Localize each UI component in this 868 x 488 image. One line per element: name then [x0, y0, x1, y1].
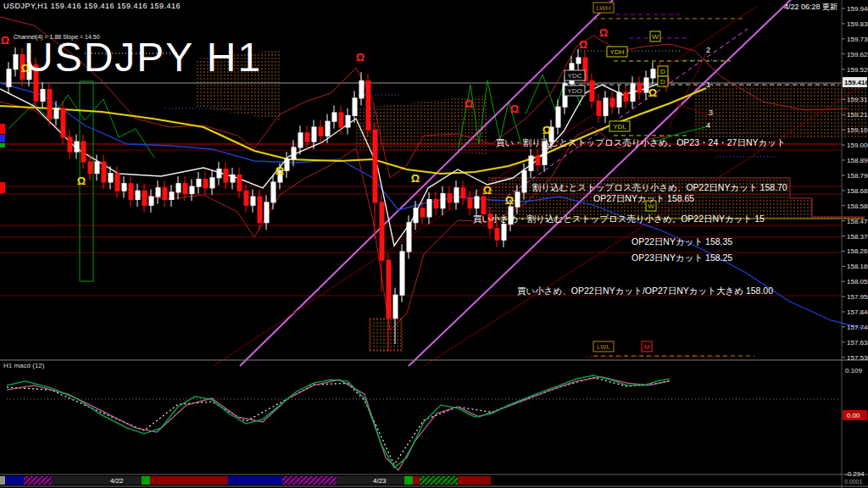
op-annotation: OP23日NYカット 158.25 [632, 252, 732, 263]
session-date-label: 4/22 [110, 477, 124, 485]
candle-body [604, 98, 608, 115]
macd-axis-extra: 0.0001 [844, 479, 863, 485]
candle-body [454, 188, 459, 202]
candle-body [576, 58, 581, 64]
candle-body [536, 156, 540, 164]
left-edge-indicator-bar [0, 124, 5, 134]
op-annotation: 買い小さめ・割り込むとストップロス売り小さめ。OP22日NYカット 15 [473, 214, 765, 224]
candle-body [149, 197, 153, 205]
macd-axis-max: 0.109 [845, 367, 863, 374]
candle-body [468, 198, 472, 208]
candle-body [197, 180, 201, 187]
candle-body [624, 92, 628, 101]
axis-tick-label: 158.580 [847, 202, 868, 210]
session-segment [24, 476, 52, 485]
candle-body [7, 69, 11, 86]
candle-body [461, 188, 465, 198]
candle-body [373, 130, 377, 202]
session-date-label: 4/23 [373, 477, 387, 485]
current-price-value: 159.416 [844, 79, 868, 86]
candle-body [68, 137, 72, 152]
candle-body [346, 115, 350, 127]
axis-tick-label: 159.835 [847, 20, 868, 28]
axis-tick-label: 157.530 [847, 354, 868, 362]
axis-tick-label: 157.950 [847, 293, 868, 301]
session-segment [404, 476, 413, 485]
candle-body [183, 184, 187, 194]
candle-body [387, 260, 391, 318]
candle-body [380, 202, 384, 260]
left-edge-indicator-bar [0, 143, 5, 147]
axis-tick-label: 158.265 [847, 247, 868, 255]
scrollbar-left-notch[interactable] [0, 476, 5, 485]
session-segment [52, 476, 142, 485]
candle-body [244, 191, 248, 205]
candle-body [556, 107, 560, 127]
axis-tick-label: 157.635 [847, 339, 868, 347]
candle-body [617, 92, 621, 107]
op-annotation: 買い小さめ、OP22日NYカット/OP27日NYカット大きめ 158.00 [517, 286, 773, 296]
candle-body [366, 80, 370, 130]
omega-gold-marker: Ω [505, 194, 514, 207]
candle-body [305, 133, 309, 141]
omega-red-marker: Ω [465, 97, 473, 110]
axis-tick-label: 159.210 [847, 111, 868, 119]
candle-body [237, 175, 242, 191]
candle-body [61, 108, 65, 137]
candle-body [34, 65, 38, 102]
omega-red-marker: Ω [356, 51, 364, 64]
channel-number-label: 4 [706, 121, 710, 130]
omega-red-marker: Ω [510, 103, 519, 115]
candle-body [47, 90, 52, 119]
candle-body [651, 69, 655, 78]
candle-body [102, 162, 106, 182]
candle-body [115, 174, 120, 191]
omega-red-marker: Ω [579, 38, 587, 51]
axis-tick-label: 159.520 [847, 66, 868, 74]
candle-body [54, 108, 58, 119]
omega-red-marker: Ω [599, 26, 608, 39]
candle-body [298, 133, 303, 147]
omega-red-marker: Ω [1, 34, 9, 47]
level-label-text: D [660, 68, 665, 75]
level-label-text: LWH [596, 4, 610, 12]
op-annotation: 買い・割り込むとストップロス売り小さめ。OP23・24・27日NYカット [496, 137, 786, 147]
omega-gold-marker: Ω [648, 86, 657, 99]
candle-body [142, 191, 147, 205]
candle-body [156, 188, 160, 197]
candle-body [224, 169, 228, 182]
omega-gold-marker: Ω [483, 184, 492, 197]
candle-body [359, 80, 364, 97]
session-strip[interactable]: 4/224/23 [0, 476, 491, 485]
axis-tick-label: 159.730 [847, 36, 868, 43]
axis-tick-label: 158.055 [847, 278, 868, 286]
candle-body [393, 295, 398, 318]
candle-body [637, 84, 642, 92]
candle-body [203, 180, 208, 188]
op-annotation: OP22日NYカット 158.35 [632, 236, 732, 247]
candle-body [414, 208, 418, 223]
axis-tick-label: 158.475 [847, 218, 868, 225]
level-label-text: M [644, 343, 650, 351]
left-edge-indicator-bar [0, 182, 5, 193]
level-label-text: LWL [597, 343, 610, 351]
candle-body [312, 127, 316, 141]
omega-gold-marker: Ω [21, 62, 30, 75]
candle-body [326, 121, 330, 136]
candle-body [264, 202, 269, 223]
candle-body [610, 98, 615, 107]
candle-body [81, 141, 86, 162]
candle-body [14, 55, 18, 69]
left-edge-indicator-bar [0, 135, 5, 142]
candle-body [108, 174, 113, 182]
axis-tick-label: 159.940 [847, 5, 868, 13]
axis-tick-label: 158.790 [847, 172, 868, 180]
candle-body [271, 182, 275, 202]
omega-gold-marker: Ω [275, 164, 284, 177]
level-label-text: W [652, 33, 659, 41]
price-chart-canvas[interactable]: ΩΩΩΩΩΩΩΩΩΩΩΩΩΩLWHYDHWYDCYDODDYDLWLWLM213… [0, 0, 868, 488]
candle-body [95, 162, 99, 174]
axis-tick-label: 157.740 [847, 324, 868, 331]
candle-body [339, 113, 343, 127]
axis-tick-label: 159.000 [847, 141, 868, 149]
